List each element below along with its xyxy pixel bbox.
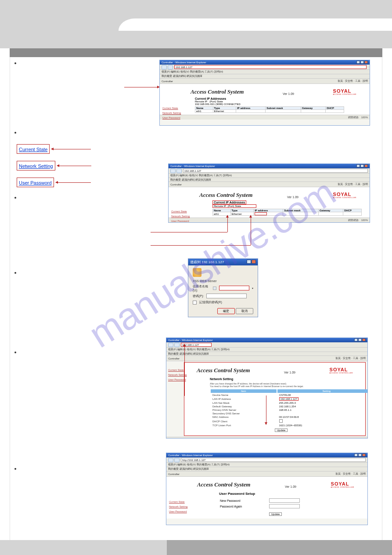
dialog-window-buttons[interactable] [246,260,256,265]
forward-button[interactable] [174,458,180,462]
password-input[interactable] [206,294,247,298]
address-bar[interactable]: http://192.168.1.127 [181,458,366,462]
acs-title: Access Control System [197,481,250,488]
soyal-logo: SOYALACCESS CONTROLLER [330,367,353,374]
ie-title: Controller - Windows Internet Explorer [170,165,215,167]
arrow-icon [57,166,91,166]
address-bar[interactable]: 192.168.1.127 [183,169,368,173]
link-user-password[interactable]: User Password [162,116,181,120]
password-again-label: Password Again [220,504,268,509]
new-password-input[interactable] [269,498,300,503]
password-label: 密碼(P): [193,294,204,298]
user-password-heading: User Password Setup [219,492,363,496]
link-network-setting[interactable]: Network Setting [169,504,187,509]
acs-side-nav: Current State Network Setting User Passw… [162,106,181,120]
dhcp-checkbox[interactable] [279,419,283,423]
page-top-header [0,0,392,31]
back-button[interactable] [168,458,173,462]
ie-nav-toolbar: 192.168.1.127 [160,65,370,70]
bullet-icon [14,132,16,134]
link-current-state[interactable]: Current State [162,106,181,111]
acs-version: Ver 1.09 [284,371,295,374]
window-buttons[interactable] [354,453,366,457]
user-icon [213,287,216,290]
ie-favorites-bar[interactable]: 我的最愛 建議的網站 網頁快訊圖庫 [166,352,367,356]
ie-title: Controller - Windows Internet Explorer [168,339,213,341]
acs-title: Access Control System [191,88,244,95]
forward-button[interactable] [176,169,182,173]
back-button[interactable] [170,169,176,173]
ie-favorites-bar[interactable]: 我的最愛 建議的網站 網頁快訊圖庫 [160,74,370,79]
remember-checkbox[interactable] [193,301,197,305]
pointer-line [184,344,185,396]
back-button[interactable] [162,65,167,69]
link-box-user-password[interactable]: User Password [17,178,54,187]
link-user-password[interactable]: User Password [169,509,187,514]
ie-menubar[interactable]: 檔案(F) 編輯(E) 檢視(V) 我的最愛(A) 工具(T) 說明(H) [166,348,367,352]
pointer-line [151,232,227,232]
ip-section-title: Current IP Addresses [212,200,246,204]
arrow-icon [51,149,91,149]
acs-title: Access Control System [199,192,252,199]
link-current-state[interactable]: Current State [171,209,190,214]
ie-rightmenu[interactable]: 首頁 · 安全性 · 工具 · 說明 [338,182,368,186]
pointer-line [251,215,251,245]
window-buttons[interactable] [356,164,368,168]
back-button[interactable] [168,343,173,347]
ok-button[interactable]: 確定 [217,308,235,314]
address-bar[interactable]: 192.168.1.127 [174,65,367,69]
acs-version: Ver 1.09 [285,485,296,488]
network-setting-table: ItemSetting Device NameCNTRL08 LAN IP Ad… [210,388,368,428]
link-network-setting[interactable]: Network Setting [162,111,181,116]
window-buttons[interactable] [354,338,366,342]
pointer-line [124,87,159,87]
link-network-setting[interactable]: Network Setting [168,373,187,377]
ie-favorites-bar[interactable]: 我的最愛 建議的網站 網頁快訊圖庫 [166,467,367,472]
ie-tabbar: Controller 首頁 · 安全性 · 工具 · 說明 [160,79,370,84]
page-body: Controller - Windows Internet Explorer 1… [0,48,392,540]
forward-button[interactable] [174,343,180,347]
user-password-table: New Password Password Again Update [219,497,301,517]
browser-tab[interactable]: Controller [168,473,180,475]
link-box-current-state[interactable]: Current State [17,144,50,154]
content-area: Controller - Windows Internet Explorer 1… [10,57,382,540]
password-again-input[interactable] [269,504,300,508]
window-buttons[interactable] [356,61,368,64]
cancel-button[interactable]: 取消 [236,308,253,314]
ie-menubar[interactable]: 檔案(F) 編輯(E) 檢視(V) 我的最愛(A) 工具(T) 說明(H) [160,70,370,74]
browser-tab[interactable]: Controller [162,80,173,83]
dropdown-icon[interactable]: ▾ [252,287,253,290]
screenshot-user-password: Controller - Windows Internet Explorer h… [166,453,368,525]
link-box-network-setting[interactable]: Network Setting [17,161,55,170]
ie-menubar[interactable]: 檔案(F) 編輯(E) 檢視(V) 我的最愛(A) 工具(T) 說明(H) [169,174,370,178]
ie-statusbar: 網際網路100% [160,115,370,120]
forward-button[interactable] [168,65,173,69]
new-password-label: New Password [220,498,268,503]
port-state-label: (Port) State [228,205,241,207]
browser-tab[interactable]: Controller [170,183,182,186]
section-title-bar [10,48,382,57]
update-button[interactable]: Update [269,512,282,516]
network-setting-heading: Network Setting [210,377,362,381]
soyal-logo: SOYALACCESS CONTROLLER [331,481,354,488]
update-button[interactable]: Update [275,428,288,432]
network-note-2: You need to change the host IP with new … [210,385,362,388]
status-zoom: 100% [359,438,366,439]
ie-titlebar: Controller - Windows Internet Explorer [160,60,370,65]
bullet-icon [14,468,16,470]
ie-rightmenu[interactable]: 首頁 · 安全性 · 工具 · 說明 [335,356,366,360]
browser-tab[interactable]: Controller [168,357,180,360]
bullet-icon [14,272,16,274]
link-user-password[interactable]: User Password [171,219,190,223]
link-current-state[interactable]: Current State [168,368,187,373]
soyal-logo: SOYALACCESS CONTROLLER [333,192,356,199]
link-current-state[interactable]: Current State [169,500,187,504]
username-input[interactable] [219,286,249,290]
ie-menubar[interactable]: 檔案(F) 編輯(E) 檢視(V) 我的最愛(A) 工具(T) 說明(H) [166,463,367,467]
link-network-setting[interactable]: Network Setting [171,214,190,219]
ie-favorites-bar[interactable]: 我的最愛 建議的網站 網頁快訊圖庫 [169,178,370,182]
link-user-password[interactable]: User Password [168,377,187,382]
ie-rightmenu[interactable]: 首頁 · 安全性 · 工具 · 說明 [335,472,366,476]
lan-ip-value[interactable]: 192.168.1.127 [279,397,298,401]
ie-rightmenu[interactable]: 首頁 · 安全性 · 工具 · 說明 [338,79,368,83]
